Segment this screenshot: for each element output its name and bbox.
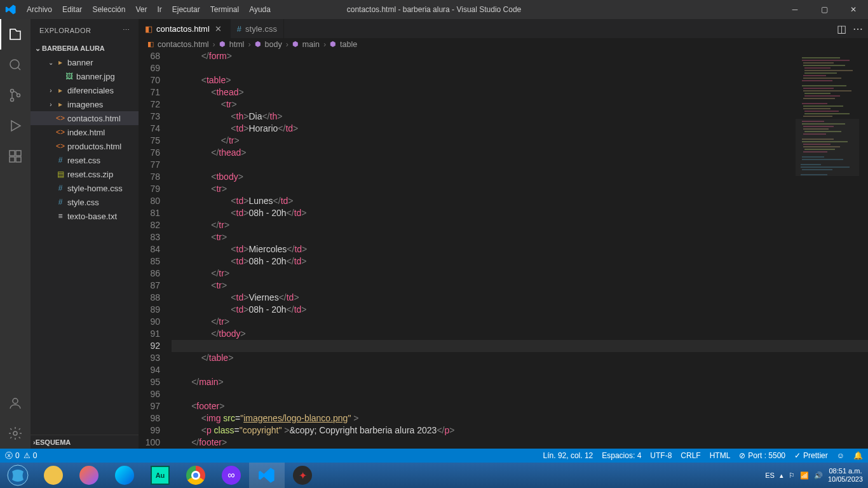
maximize-button[interactable]: ▢ bbox=[810, 0, 839, 19]
tab-style[interactable]: # style.css bbox=[231, 19, 284, 38]
crumb[interactable]: body bbox=[265, 40, 282, 49]
symbol-icon: ⬢ bbox=[330, 40, 336, 48]
tab-close-icon[interactable]: ✕ bbox=[214, 24, 224, 34]
source-control-icon[interactable] bbox=[0, 80, 31, 111]
folder-diferenciales[interactable]: ›▸diferenciales bbox=[31, 83, 139, 97]
explorer-icon[interactable] bbox=[0, 19, 31, 50]
menu-ir[interactable]: Ir bbox=[153, 3, 166, 17]
file-productos.html[interactable]: <>productos.html bbox=[31, 139, 139, 153]
svg-point-8 bbox=[13, 398, 18, 403]
crumb[interactable]: html bbox=[229, 40, 245, 49]
file-contactos.html[interactable]: <>contactos.html bbox=[31, 111, 139, 125]
menu-terminal[interactable]: Terminal bbox=[206, 3, 243, 17]
status-spaces[interactable]: Espacios: 4 bbox=[602, 451, 641, 460]
file-banner.jpg[interactable]: 🖼banner.jpg bbox=[31, 69, 139, 83]
tab-label: style.css bbox=[245, 24, 277, 34]
sidebar: EXPLORADOR ⋯ ⌄ BARBERIA ALURA ⌄▸banner🖼b… bbox=[31, 19, 139, 449]
line-numbers: 6869707172737475767778798081828384858687… bbox=[139, 50, 172, 449]
window-title: contactos.html - barberia alura - Visual… bbox=[347, 5, 522, 14]
tray-network-icon[interactable]: 📶 bbox=[800, 471, 809, 480]
minimap[interactable] bbox=[796, 55, 859, 195]
menu-ver[interactable]: Ver bbox=[131, 3, 151, 17]
status-warnings[interactable]: ⚠ 0 bbox=[24, 451, 37, 460]
status-errors[interactable]: ⓧ 0 bbox=[5, 451, 20, 461]
file-reset.css.zip[interactable]: ▤reset.css.zip bbox=[31, 167, 139, 181]
file-index.html[interactable]: <>index.html bbox=[31, 125, 139, 139]
breadcrumb[interactable]: ◧contactos.html ›⬢html ›⬢body ›⬢main ›⬢t… bbox=[139, 38, 868, 50]
menu-ayuda[interactable]: Ayuda bbox=[245, 3, 275, 17]
minimize-button[interactable]: ─ bbox=[780, 0, 810, 19]
svg-rect-4 bbox=[10, 151, 15, 156]
run-debug-icon[interactable] bbox=[0, 111, 31, 141]
file-style-home.css[interactable]: #style-home.css bbox=[31, 181, 139, 195]
sidebar-outline-header[interactable]: › ESQUEMA bbox=[31, 435, 139, 449]
status-eol[interactable]: CRLF bbox=[681, 451, 700, 460]
editor-group: ◧ contactos.html ✕ # style.css ◫ ⋯ ◧cont… bbox=[139, 19, 868, 449]
sidebar-project-header[interactable]: ⌄ BARBERIA ALURA bbox=[31, 41, 139, 55]
taskbar-chrome[interactable] bbox=[178, 463, 214, 488]
svg-rect-5 bbox=[10, 157, 15, 162]
css-icon: # bbox=[55, 184, 66, 193]
start-button[interactable] bbox=[0, 463, 36, 488]
status-port[interactable]: ⊘ Port : 5500 bbox=[739, 451, 785, 460]
status-encoding[interactable]: UTF-8 bbox=[650, 451, 672, 460]
tab-contactos[interactable]: ◧ contactos.html ✕ bbox=[139, 19, 231, 38]
file-label: index.html bbox=[67, 128, 105, 137]
code-content[interactable]: </form> <table> <thead> <tr> <th>Dia</th… bbox=[172, 50, 868, 449]
taskbar-app2[interactable]: ✦ bbox=[285, 463, 320, 488]
menubar: Archivo Editar Selección Ver Ir Ejecutar… bbox=[0, 3, 275, 17]
crumb[interactable]: main bbox=[302, 40, 320, 49]
code-editor[interactable]: 6869707172737475767778798081828384858687… bbox=[139, 50, 868, 449]
folder-banner[interactable]: ⌄▸banner bbox=[31, 55, 139, 69]
taskbar-app1[interactable]: ∞ bbox=[214, 463, 249, 488]
file-texto-base.txt[interactable]: ≡texto-base.txt bbox=[31, 209, 139, 223]
status-language[interactable]: HTML bbox=[710, 451, 731, 460]
chevron-icon: › bbox=[47, 87, 55, 94]
taskbar-firefox1[interactable] bbox=[71, 463, 107, 488]
status-feedback-icon[interactable]: ☺ bbox=[837, 451, 844, 460]
folder-imagenes[interactable]: ›▸imagenes bbox=[31, 97, 139, 111]
chevron-icon: ⌄ bbox=[47, 59, 55, 66]
file-reset.css[interactable]: #reset.css bbox=[31, 153, 139, 167]
html-icon: <> bbox=[55, 114, 66, 123]
svg-point-9 bbox=[13, 431, 17, 435]
status-bell-icon[interactable]: 🔔 bbox=[853, 451, 863, 460]
titlebar: Archivo Editar Selección Ver Ir Ejecutar… bbox=[0, 0, 868, 19]
windows-taskbar: Au ∞ ✦ ES ▴ ⚐ 📶 🔊 08:51 a.m. 10/05/2023 bbox=[0, 463, 868, 488]
menu-ejecutar[interactable]: Ejecutar bbox=[168, 3, 205, 17]
svg-point-1 bbox=[11, 90, 14, 93]
taskbar-explorer[interactable] bbox=[36, 463, 71, 488]
tray-lang[interactable]: ES bbox=[765, 471, 775, 479]
chevron-down-icon: ⌄ bbox=[33, 44, 42, 53]
status-prettier[interactable]: ✓ Prettier bbox=[794, 451, 828, 460]
account-icon[interactable] bbox=[0, 388, 31, 418]
crumb[interactable]: table bbox=[340, 40, 357, 49]
file-style.css[interactable]: #style.css bbox=[31, 195, 139, 209]
settings-icon[interactable] bbox=[0, 418, 31, 449]
tray-clock[interactable]: 08:51 a.m. 10/05/2023 bbox=[828, 467, 863, 484]
extensions-icon[interactable] bbox=[0, 141, 31, 172]
close-button[interactable]: ✕ bbox=[839, 0, 868, 19]
taskbar-vscode[interactable] bbox=[249, 463, 285, 488]
tray-volume-icon[interactable]: 🔊 bbox=[814, 471, 823, 480]
menu-editar[interactable]: Editar bbox=[58, 3, 86, 17]
sidebar-more-icon[interactable]: ⋯ bbox=[123, 26, 130, 34]
outline-label: ESQUEMA bbox=[36, 438, 71, 446]
tray-time: 08:51 a.m. bbox=[828, 467, 863, 475]
status-position[interactable]: Lín. 92, col. 12 bbox=[543, 451, 593, 460]
file-tree: ⌄▸banner🖼banner.jpg›▸diferenciales›▸imag… bbox=[31, 55, 139, 435]
crumb[interactable]: contactos.html bbox=[158, 40, 209, 49]
taskbar-audition[interactable]: Au bbox=[142, 463, 178, 488]
tray-flag-icon[interactable]: ⚐ bbox=[789, 471, 795, 480]
activity-bar bbox=[0, 19, 31, 449]
tab-more-icon[interactable]: ⋯ bbox=[853, 23, 863, 35]
menu-archivo[interactable]: Archivo bbox=[22, 3, 57, 17]
split-editor-icon[interactable]: ◫ bbox=[837, 23, 846, 35]
symbol-icon: ⬢ bbox=[292, 40, 299, 48]
search-icon[interactable] bbox=[0, 50, 31, 80]
css-icon: # bbox=[55, 198, 66, 207]
taskbar-firefox2[interactable] bbox=[107, 463, 142, 488]
menu-seleccion[interactable]: Selección bbox=[88, 3, 130, 17]
tray-up-icon[interactable]: ▴ bbox=[780, 471, 783, 480]
svg-rect-6 bbox=[16, 157, 21, 162]
